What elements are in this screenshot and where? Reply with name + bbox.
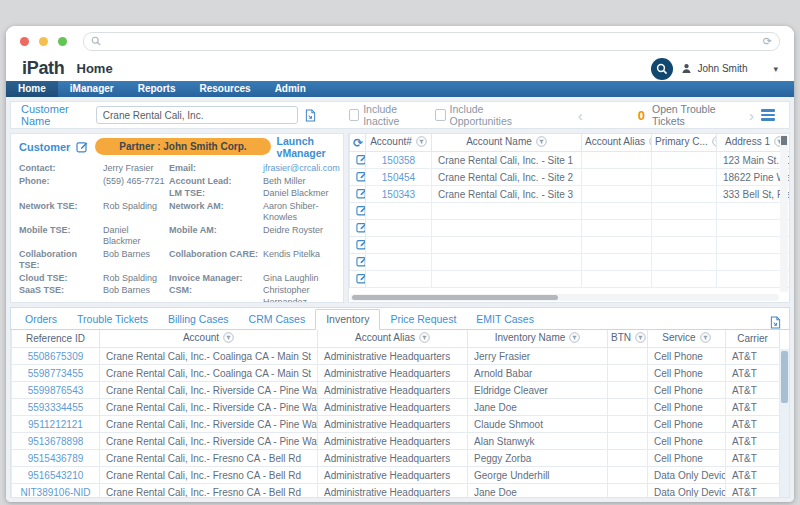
cell-link[interactable]: 5508675309 <box>28 351 84 362</box>
include-opportunities-label: Include Opportunities <box>450 103 533 127</box>
cell <box>432 237 582 254</box>
cell-link[interactable]: 150454 <box>382 172 415 183</box>
accounts-vertical-scrollbar[interactable] <box>780 135 788 292</box>
edit-row-icon[interactable] <box>356 170 366 184</box>
cell <box>350 169 366 186</box>
inventory-table: Reference IDAccountAccount AliasInventor… <box>11 330 779 498</box>
cell <box>717 220 791 237</box>
cell: Jane Doe <box>468 484 608 499</box>
cell: Crane Rental Cali, Inc. - Site 1 <box>432 152 582 169</box>
filter-icon[interactable] <box>536 136 547 149</box>
cell-link[interactable]: 150343 <box>382 189 415 200</box>
column-header: Address 1 <box>717 134 791 152</box>
filter-icon[interactable] <box>416 136 427 149</box>
accounts-horizontal-scrollbar[interactable] <box>350 294 779 301</box>
prev-ticket-chevron[interactable]: ‹ <box>578 108 583 123</box>
inventory-vertical-scrollbar[interactable] <box>780 349 789 497</box>
chevron-down-icon[interactable]: ▾ <box>773 64 778 74</box>
column-header: Account Name <box>432 134 582 152</box>
edit-customer-icon[interactable] <box>76 140 89 153</box>
tab-inventory[interactable]: Inventory <box>315 309 380 330</box>
cell-link[interactable]: 5598773455 <box>28 368 84 379</box>
cell <box>652 271 717 288</box>
filter-icon[interactable] <box>635 332 646 345</box>
field-label: Mobile TSE: <box>19 225 99 248</box>
column-header: Account Alias <box>582 134 652 152</box>
window-close-button[interactable] <box>20 37 29 46</box>
nav-item-reports[interactable]: Reports <box>126 81 188 97</box>
include-opportunities-checkbox[interactable] <box>435 109 445 121</box>
partner-badge: Partner : John Smith Corp. <box>95 138 270 155</box>
edit-row-icon[interactable] <box>356 221 366 235</box>
export-excel-icon[interactable] <box>305 109 316 122</box>
cell: Crane Rental Cali, Inc.- Riverside CA - … <box>100 382 318 399</box>
edit-row-icon[interactable] <box>356 187 366 201</box>
tab-orders[interactable]: Orders <box>15 310 67 329</box>
tab-billing-cases[interactable]: Billing Cases <box>158 310 239 329</box>
field-value <box>103 188 165 200</box>
next-ticket-chevron[interactable]: › <box>749 108 754 123</box>
tab-trouble-tickets[interactable]: Trouble Tickets <box>67 310 158 329</box>
table-row <box>350 220 791 237</box>
cell: Administrative Headquarters <box>318 399 468 416</box>
reload-icon[interactable]: ⟳ <box>763 35 772 48</box>
cell: Jane Doe <box>468 399 608 416</box>
cell <box>432 271 582 288</box>
cell-link[interactable]: 5593334455 <box>28 402 84 413</box>
window-minimize-button[interactable] <box>39 37 48 46</box>
cell <box>350 271 366 288</box>
edit-row-icon[interactable] <box>356 238 366 252</box>
cell <box>350 254 366 271</box>
field-label: CSM: <box>169 285 259 302</box>
nav-item-admin[interactable]: Admin <box>263 81 318 97</box>
edit-row-icon[interactable] <box>356 255 366 269</box>
launch-vmanager-link[interactable]: Launch vManager <box>277 135 335 159</box>
filter-icon[interactable] <box>419 332 430 345</box>
cell-link[interactable]: NIT389106-NID <box>20 487 90 498</box>
browser-address-bar[interactable]: ⟳ <box>83 32 780 51</box>
cell <box>432 254 582 271</box>
field-value: Bob Barnes <box>103 285 165 302</box>
column-header: Service <box>648 330 726 348</box>
cell-link[interactable]: 150358 <box>382 155 415 166</box>
cell-link[interactable]: 9513678898 <box>28 436 84 447</box>
nav-item-home[interactable]: Home <box>6 81 58 97</box>
cell-link[interactable]: 9515436789 <box>28 453 84 464</box>
customer-name-input[interactable] <box>96 106 298 124</box>
cell: AT&T <box>726 382 780 399</box>
include-opportunities-option: Include Opportunities <box>435 103 533 127</box>
main-panels: Customer Partner : John Smith Corp. Laun… <box>10 133 790 303</box>
refresh-icon[interactable]: ⟳ <box>353 136 363 150</box>
tab-emit-cases[interactable]: EMIT Cases <box>466 310 544 329</box>
cell: Eldridge Cleaver <box>468 382 608 399</box>
header-row: Reference IDAccountAccount AliasInventor… <box>12 330 780 348</box>
tab-crm-cases[interactable]: CRM Cases <box>239 310 316 329</box>
menu-icon[interactable] <box>761 109 775 120</box>
global-search-button[interactable] <box>651 58 673 80</box>
cell: Cell Phone <box>648 382 726 399</box>
column-label: Inventory Name <box>495 332 566 343</box>
edit-row-icon[interactable] <box>356 272 366 286</box>
tab-price-request[interactable]: Price Request <box>380 310 466 329</box>
table-row <box>350 254 791 271</box>
email-link[interactable]: jfrasier@crcali.com <box>263 163 340 173</box>
export-excel-icon[interactable] <box>770 316 781 329</box>
cell-link[interactable]: 9516543210 <box>28 470 84 481</box>
field-label: Collaboration CARE: <box>169 249 259 272</box>
filter-icon[interactable] <box>700 332 711 345</box>
user-menu[interactable]: John Smith <box>697 63 747 74</box>
window-zoom-button[interactable] <box>58 37 67 46</box>
include-inactive-checkbox[interactable] <box>349 109 359 121</box>
nav-item-imanager[interactable]: iManager <box>58 81 126 97</box>
cell-link[interactable]: 5599876543 <box>28 385 84 396</box>
cell <box>608 399 648 416</box>
filter-icon[interactable] <box>223 332 234 345</box>
nav-item-resources[interactable]: Resources <box>188 81 263 97</box>
cell-link[interactable]: 9511212121 <box>28 419 83 430</box>
edit-row-icon[interactable] <box>356 204 366 218</box>
filter-icon[interactable] <box>569 332 580 345</box>
column-header: Inventory Name <box>468 330 608 348</box>
cell: Crane Rental Cali, Inc.- Coalinga CA - M… <box>100 365 318 382</box>
edit-row-icon[interactable] <box>356 153 366 167</box>
column-header: BTN <box>608 330 648 348</box>
